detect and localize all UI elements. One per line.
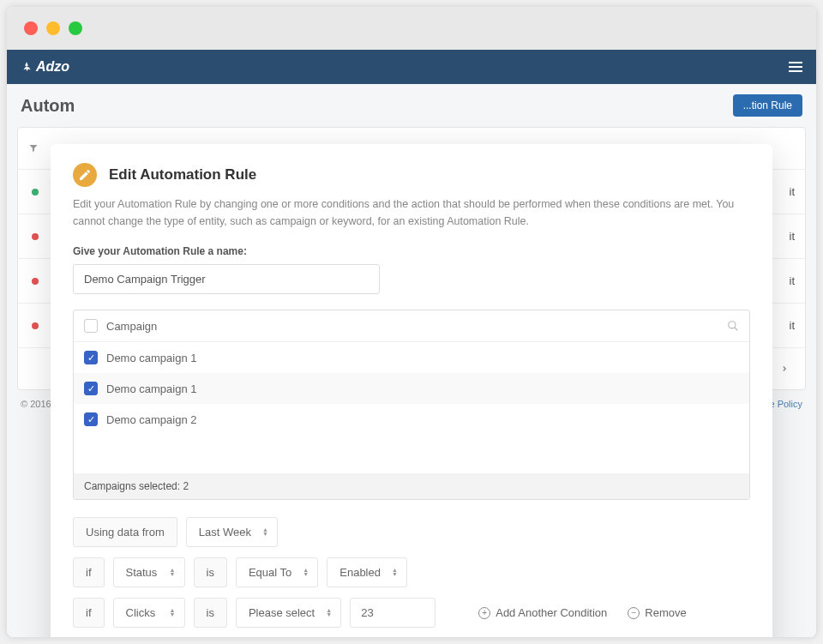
svg-line-1 xyxy=(735,328,738,331)
campaign-list-spacer xyxy=(74,435,749,473)
new-automation-rule-button[interactable]: ...tion Rule xyxy=(733,94,802,117)
select-arrows-icon: ▲▼ xyxy=(303,569,309,577)
condition-operator-value: Equal To xyxy=(249,566,291,579)
condition-row: if Clicks ▲▼ is Please select ▲▼ + xyxy=(73,598,750,628)
page-title: Autom xyxy=(21,96,75,116)
campaign-name: Demo campaign 1 xyxy=(106,352,197,364)
campaign-selector: Campaign ✓ Demo campaign 1 ✓ Demo campai… xyxy=(73,310,750,500)
plus-icon: + xyxy=(478,607,490,619)
if-label: if xyxy=(73,557,105,587)
campaign-checkbox[interactable]: ✓ xyxy=(84,412,98,426)
select-arrows-icon: ▲▼ xyxy=(262,528,268,537)
is-label: is xyxy=(194,557,227,587)
edit-icon xyxy=(73,163,97,187)
app-header: Adzo xyxy=(7,50,816,84)
minus-icon: − xyxy=(628,607,640,619)
campaign-name: Demo campaign 1 xyxy=(106,382,197,395)
campaign-checkbox[interactable]: ✓ xyxy=(84,351,98,364)
browser-window: Adzo Autom ...tion Rule it it xyxy=(7,7,816,637)
menu-icon[interactable] xyxy=(789,62,802,72)
close-window-button[interactable] xyxy=(24,21,38,35)
condition-row: if Status ▲▼ is Equal To ▲▼ Enabled ▲▼ xyxy=(73,557,750,587)
condition-field-select[interactable]: Clicks ▲▼ xyxy=(113,598,185,628)
select-arrows-icon: ▲▼ xyxy=(170,609,176,617)
campaign-row[interactable]: ✓ Demo campaign 2 xyxy=(74,404,749,435)
campaign-row[interactable]: ✓ Demo campaign 1 xyxy=(74,373,749,404)
logo: Adzo xyxy=(21,59,69,75)
data-range-row: Using data from Last Week ▲▼ xyxy=(73,517,750,547)
select-arrows-icon: ▲▼ xyxy=(170,569,176,577)
campaign-header: Campaign xyxy=(74,310,749,342)
minimize-window-button[interactable] xyxy=(46,21,60,35)
select-arrows-icon: ▲▼ xyxy=(392,569,398,577)
campaign-selected-count: Campaigns selected: 2 xyxy=(74,473,749,499)
search-icon[interactable] xyxy=(727,320,739,332)
campaign-row[interactable]: ✓ Demo campaign 1 xyxy=(74,342,749,373)
condition-value-text: Enabled xyxy=(339,566,381,579)
edit-automation-rule-modal: Edit Automation Rule Edit your Automatio… xyxy=(51,144,772,637)
condition-value-select[interactable]: Enabled ▲▼ xyxy=(327,557,407,587)
select-all-checkbox[interactable] xyxy=(84,319,98,333)
add-condition-label: Add Another Condition xyxy=(496,606,607,619)
svg-point-0 xyxy=(729,322,736,328)
condition-actions: + Add Another Condition − Remove xyxy=(478,606,687,619)
is-label: is xyxy=(194,598,227,628)
app-body: Autom ...tion Rule it it it xyxy=(7,84,816,637)
condition-field-value: Status xyxy=(126,566,158,579)
modal-title: Edit Automation Rule xyxy=(109,166,256,184)
browser-titlebar xyxy=(7,7,816,50)
logo-text: Adzo xyxy=(36,59,69,75)
if-label: if xyxy=(73,598,105,628)
add-condition-button[interactable]: + Add Another Condition xyxy=(478,606,607,619)
rocket-icon xyxy=(21,61,33,73)
campaign-header-label: Campaign xyxy=(106,320,718,333)
date-range-value: Last Week xyxy=(199,526,251,539)
date-range-select[interactable]: Last Week ▲▼ xyxy=(186,517,278,547)
condition-field-select[interactable]: Status ▲▼ xyxy=(113,557,185,587)
rule-name-input[interactable] xyxy=(73,264,380,294)
name-field-label: Give your Automation Rule a name: xyxy=(73,245,750,257)
modal-description: Edit your Automation Rule by changing on… xyxy=(73,196,750,230)
using-data-from-label: Using data from xyxy=(73,517,177,547)
campaign-checkbox[interactable]: ✓ xyxy=(84,382,98,395)
page-header: Autom ...tion Rule xyxy=(7,84,816,127)
campaign-name: Demo campaign 2 xyxy=(106,413,197,426)
condition-operator-select[interactable]: Please select ▲▼ xyxy=(236,598,341,628)
modal-overlay: Edit Automation Rule Edit your Automatio… xyxy=(7,127,816,637)
select-arrows-icon: ▲▼ xyxy=(326,609,332,617)
condition-field-value: Clicks xyxy=(126,606,156,619)
condition-operator-select[interactable]: Equal To ▲▼ xyxy=(236,557,318,587)
condition-value-input[interactable] xyxy=(350,598,436,628)
remove-condition-label: Remove xyxy=(645,606,686,619)
remove-condition-button[interactable]: − Remove xyxy=(628,606,686,619)
condition-operator-value: Please select xyxy=(249,606,315,619)
modal-header: Edit Automation Rule xyxy=(73,163,750,187)
maximize-window-button[interactable] xyxy=(69,21,82,35)
